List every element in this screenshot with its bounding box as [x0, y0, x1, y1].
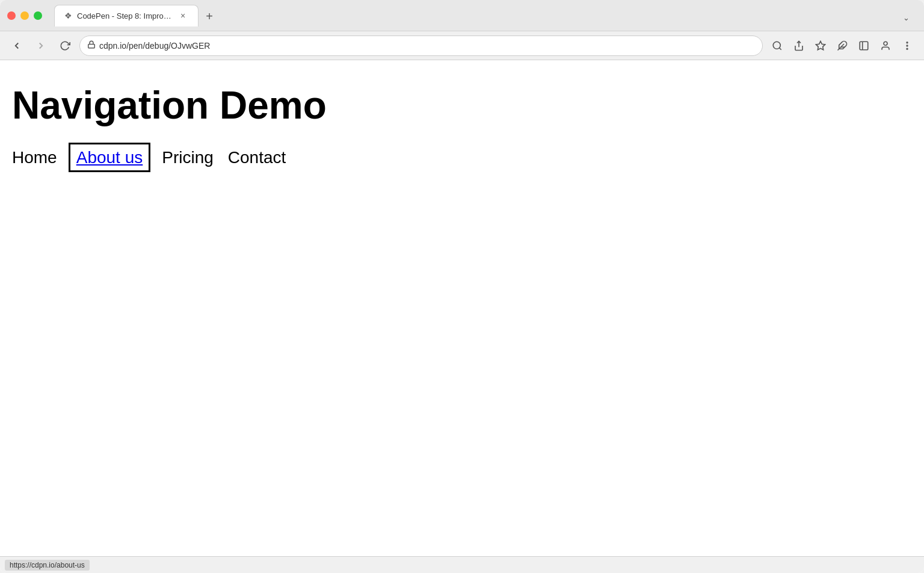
sidebar-button[interactable]: [854, 36, 873, 55]
title-bar: ❖ CodePen - Step 8: Improve foc × + ⌄: [0, 0, 924, 31]
url-bar[interactable]: cdpn.io/pen/debug/OJvwGER: [79, 36, 763, 56]
reload-button[interactable]: [55, 36, 75, 55]
tab-close-button[interactable]: ×: [177, 10, 188, 21]
nav-item-contact: Contact: [228, 148, 286, 167]
svg-rect-0: [88, 44, 95, 48]
status-bar: https://cdpn.io/about-us: [0, 556, 924, 573]
svg-rect-7: [860, 42, 868, 50]
nav-item-about-us: About us: [72, 148, 148, 167]
toolbar-icons: [768, 36, 917, 55]
tab-title: CodePen - Step 8: Improve foc: [77, 11, 173, 20]
search-button[interactable]: [768, 36, 787, 55]
main-navigation: Home About us Pricing Contact: [12, 148, 912, 167]
svg-point-11: [907, 45, 908, 46]
svg-marker-4: [816, 41, 825, 49]
browser-window: ❖ CodePen - Step 8: Improve foc × + ⌄: [0, 0, 924, 573]
back-button[interactable]: [7, 36, 26, 55]
page-title: Navigation Demo: [12, 84, 912, 126]
status-url: https://cdpn.io/about-us: [5, 560, 90, 571]
maximize-window-button[interactable]: [34, 11, 42, 20]
nav-item-home: Home: [12, 148, 57, 167]
lock-icon: [87, 40, 96, 51]
svg-point-9: [884, 42, 887, 45]
nav-link-pricing[interactable]: Pricing: [162, 148, 214, 167]
nav-item-pricing: Pricing: [162, 148, 214, 167]
new-tab-button[interactable]: +: [201, 8, 218, 25]
svg-point-10: [907, 42, 908, 43]
profile-button[interactable]: [876, 36, 895, 55]
nav-link-contact[interactable]: Contact: [228, 148, 286, 167]
codepen-icon: ❖: [64, 11, 72, 20]
nav-links-list: Home About us Pricing Contact: [12, 148, 912, 167]
nav-link-home[interactable]: Home: [12, 148, 57, 167]
active-tab[interactable]: ❖ CodePen - Step 8: Improve foc ×: [54, 5, 199, 26]
close-window-button[interactable]: [7, 11, 16, 20]
nav-link-about-us[interactable]: About us: [72, 146, 148, 169]
address-bar: cdpn.io/pen/debug/OJvwGER: [0, 31, 924, 60]
page-content: Navigation Demo Home About us Pricing Co…: [0, 60, 924, 556]
share-button[interactable]: [789, 36, 808, 55]
svg-point-12: [907, 48, 908, 49]
minimize-window-button[interactable]: [20, 11, 29, 20]
forward-button[interactable]: [31, 36, 51, 55]
svg-point-1: [773, 42, 780, 49]
extensions-button[interactable]: [833, 36, 852, 55]
bookmark-button[interactable]: [811, 36, 830, 55]
tab-overflow-button[interactable]: ⌄: [898, 10, 914, 26]
menu-button[interactable]: [898, 36, 917, 55]
svg-line-2: [779, 48, 781, 49]
tab-bar: ❖ CodePen - Step 8: Improve foc × + ⌄: [52, 5, 917, 26]
window-controls: [7, 11, 42, 20]
url-text: cdpn.io/pen/debug/OJvwGER: [99, 41, 755, 51]
